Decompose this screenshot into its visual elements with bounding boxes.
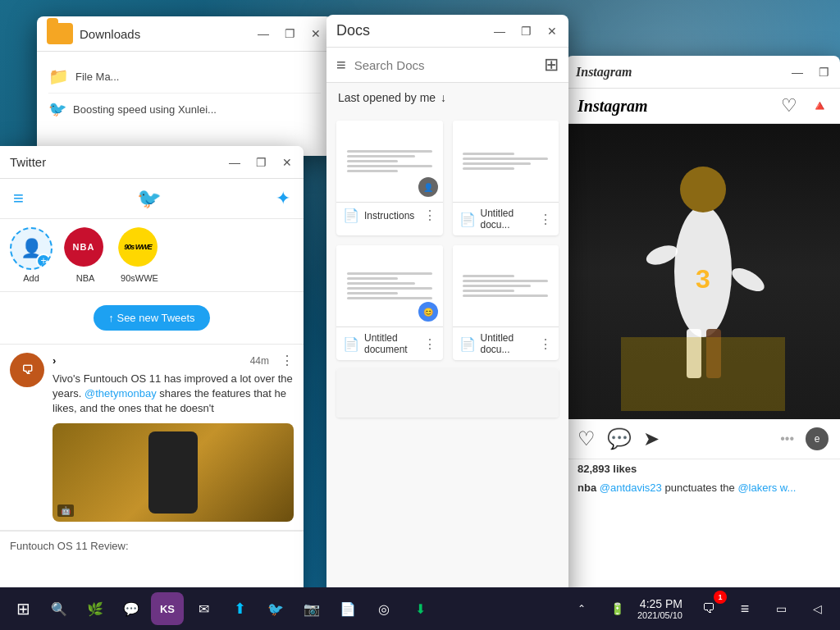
instagram-dots-icon[interactable]: ••• xyxy=(780,431,794,446)
twitter-user-wwe[interactable]: 90s WWE 90sWWE xyxy=(118,227,161,283)
doc-preview-untitled1 xyxy=(453,121,559,203)
taskbar-ks-icon[interactable]: KS xyxy=(151,592,184,625)
twitter-user-nba[interactable]: NBA NBA xyxy=(64,227,107,283)
xunlei-text: Boosting speed using Xunlei... xyxy=(73,103,217,116)
instagram-send-icon[interactable]: 🔺 xyxy=(810,97,829,115)
doc-name-instructions: Instructions xyxy=(364,210,418,221)
downloads-controls: — ❐ ✕ xyxy=(257,27,322,40)
docs-hamburger-icon[interactable]: ≡ xyxy=(336,56,346,75)
taskbar-upload-icon[interactable]: ⬆ xyxy=(223,592,256,625)
taskbar-menu-icon[interactable]: ≡ xyxy=(728,592,761,625)
doc-card-instructions[interactable]: 👤 📄 Instructions ⋮ xyxy=(336,121,443,235)
twitter-add-avatar: + 👤 xyxy=(10,227,52,270)
taskbar-search-icon[interactable]: 🔍 xyxy=(43,592,75,625)
twitter-user-add[interactable]: + 👤 Add xyxy=(10,227,52,283)
tweet-text: Vivo's Funtouch OS 11 has improved a lot… xyxy=(52,372,294,417)
doc-line xyxy=(347,150,432,153)
doc-type-icon: 📄 xyxy=(459,212,476,227)
instagram-mention2[interactable]: @lakers w... xyxy=(737,482,796,494)
twitter-close[interactable]: ✕ xyxy=(281,156,294,169)
svg-text:3: 3 xyxy=(696,264,710,294)
twitter-window: Twitter — ❐ ✕ ≡ 🐦 ✦ + 👤 Add NBA xyxy=(0,146,304,605)
instagram-window: Instagram — ❐ Instagram ♡ 🔺 xyxy=(566,56,840,597)
doc-user-badge: 👤 xyxy=(418,177,438,197)
article-title-text: Funtouch OS 11 Review: xyxy=(10,540,129,552)
taskbar-grid-icon[interactable]: ⊞ xyxy=(7,592,39,625)
instagram-share-icon[interactable]: ➤ xyxy=(643,427,660,450)
taskbar-back-icon[interactable]: ◁ xyxy=(801,592,833,625)
downloads-file-manager: 📁 File Ma... xyxy=(48,60,321,94)
tweet-more-icon[interactable]: ⋮ xyxy=(281,353,294,368)
docs-filter-row[interactable]: Last opened by me ↓ xyxy=(326,83,568,112)
player-svg: 3 xyxy=(621,132,785,411)
taskbar-window-icon[interactable]: ▭ xyxy=(765,592,797,625)
doc-type-icon: 📄 xyxy=(343,336,359,352)
instagram-maximize[interactable]: ❐ xyxy=(817,66,830,79)
twitter-hamburger-icon[interactable]: ≡ xyxy=(13,188,24,209)
see-new-tweets-button[interactable]: ↑ See new Tweets xyxy=(94,305,209,331)
doc-line xyxy=(463,158,548,160)
twitter-minimize[interactable]: — xyxy=(228,156,241,169)
taskbar-time: 4:25 PM 2021/05/10 xyxy=(637,597,689,620)
doc-footer-untitled3: 📄 Untitled docu... ⋮ xyxy=(453,327,559,360)
taskbar-instagram-icon[interactable]: 📷 xyxy=(295,592,328,625)
twitter-wwe-avatar: 90s WWE xyxy=(118,227,161,270)
doc-line xyxy=(463,153,514,155)
doc-line xyxy=(347,165,432,167)
twitter-maximize[interactable]: ❐ xyxy=(254,156,267,169)
docs-close[interactable]: ✕ xyxy=(546,25,559,38)
taskbar-download-icon[interactable]: ⬇ xyxy=(404,592,436,625)
taskbar-battery-icon[interactable]: 🔋 xyxy=(601,592,634,625)
twitter-sparkle-icon[interactable]: ✦ xyxy=(276,188,290,209)
taskbar-kivymd-icon[interactable]: 🌿 xyxy=(79,592,112,625)
docs-maximize[interactable]: ❐ xyxy=(519,25,532,38)
doc-card-untitled1[interactable]: 📄 Untitled docu... ⋮ xyxy=(453,121,559,235)
doc-line xyxy=(463,280,548,282)
tweet-mention[interactable]: @thetymonbay xyxy=(84,387,157,399)
docs-minimize[interactable]: — xyxy=(493,25,506,38)
twitter-titlebar: Twitter — ❐ ✕ xyxy=(0,146,304,179)
taskbar-docs-icon[interactable]: 📄 xyxy=(331,592,364,625)
instagram-like-icon[interactable]: ♡ xyxy=(578,427,596,450)
tweet-article-title: Funtouch OS 11 Review: xyxy=(0,531,304,560)
instagram-mention[interactable]: @antdavis23 xyxy=(600,482,662,494)
doc-type-icon: 📄 xyxy=(343,208,359,223)
twitter-users-row: + 👤 Add NBA NBA 90s WWE 90sWWE xyxy=(0,219,304,292)
doc-name-untitled2: Untitled document xyxy=(364,332,418,355)
doc-card-partial[interactable] xyxy=(336,368,559,418)
taskbar-twitter-icon[interactable]: 🐦 xyxy=(259,592,292,625)
doc-more-icon[interactable]: ⋮ xyxy=(423,336,436,352)
doc-name-untitled1: Untitled docu... xyxy=(481,208,535,231)
svg-rect-7 xyxy=(621,337,785,411)
doc-lines xyxy=(347,150,432,172)
docs-search-bar: ≡ Search Docs ⊞ xyxy=(326,48,568,83)
doc-preview-untitled2: 😊 xyxy=(336,245,443,327)
taskbar-messages-icon[interactable]: 💬 xyxy=(115,592,148,625)
doc-more-icon[interactable]: ⋮ xyxy=(423,208,436,223)
taskbar-chevron-icon[interactable]: ⌃ xyxy=(565,592,598,625)
taskbar-gmail-icon[interactable]: ✉ xyxy=(187,592,220,625)
docs-titlebar: Docs — ❐ ✕ xyxy=(326,15,568,48)
doc-line xyxy=(347,160,398,162)
doc-line xyxy=(347,170,398,172)
doc-name-untitled3: Untitled docu... xyxy=(481,332,535,355)
downloads-minimize[interactable]: — xyxy=(257,27,270,40)
instagram-minimize[interactable]: — xyxy=(791,66,804,79)
instagram-heart-icon[interactable]: ♡ xyxy=(781,95,797,116)
file-manager-icon: 📁 xyxy=(48,66,69,86)
downloads-maximize[interactable]: ❐ xyxy=(283,27,296,40)
doc-card-untitled2[interactable]: 😊 📄 Untitled document ⋮ xyxy=(336,245,443,360)
taskbar-chrome-icon[interactable]: ◎ xyxy=(368,592,400,625)
docs-search-label[interactable]: Search Docs xyxy=(354,58,536,72)
doc-card-untitled3[interactable]: 📄 Untitled docu... ⋮ xyxy=(453,245,559,360)
downloads-close[interactable]: ✕ xyxy=(309,27,322,40)
docs-grid-view-icon[interactable]: ⊞ xyxy=(544,54,559,75)
twitter-nav: ≡ 🐦 ✦ xyxy=(0,179,304,219)
doc-line xyxy=(463,167,514,170)
doc-more-icon[interactable]: ⋮ xyxy=(539,212,552,227)
instagram-comment-icon[interactable]: 💬 xyxy=(607,427,632,450)
add-badge: + xyxy=(36,253,51,268)
doc-preview-untitled3 xyxy=(453,245,559,327)
xunlei-icon: 🐦 xyxy=(48,100,66,118)
doc-more-icon[interactable]: ⋮ xyxy=(539,336,552,352)
